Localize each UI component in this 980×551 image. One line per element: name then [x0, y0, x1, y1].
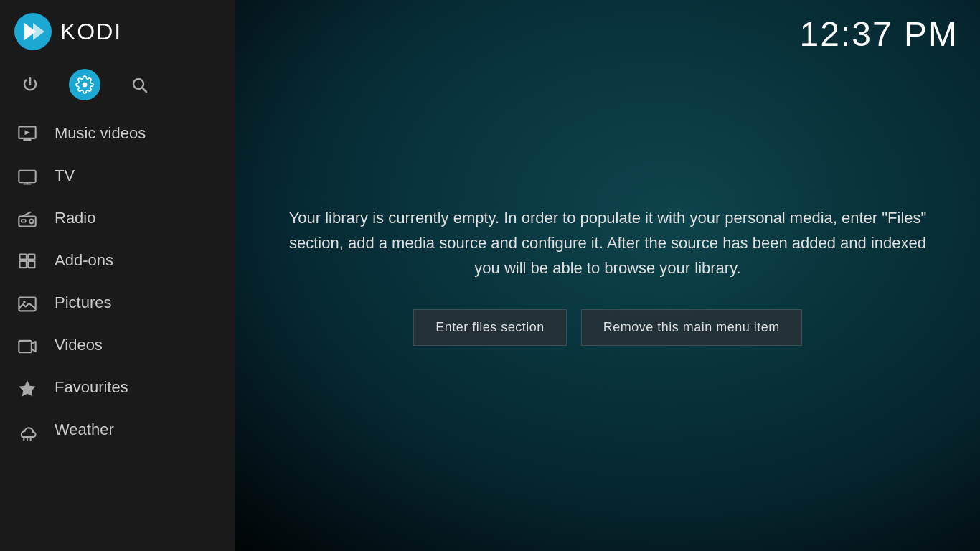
nav-item-tv[interactable]: TV	[0, 154, 235, 197]
enter-files-button[interactable]: Enter files section	[413, 309, 567, 346]
svg-line-5	[143, 88, 147, 93]
svg-rect-18	[28, 260, 34, 267]
sidebar-icon-bar	[0, 63, 235, 112]
svg-rect-19	[20, 254, 27, 259]
search-button[interactable]	[123, 69, 155, 100]
videos-icon	[14, 334, 40, 357]
content-box: Your library is currently empty. In orde…	[249, 176, 966, 375]
svg-rect-20	[28, 254, 34, 259]
nav-item-favourites[interactable]: Favourites	[0, 367, 235, 409]
nav-item-videos[interactable]: Videos	[0, 324, 235, 367]
weather-icon	[14, 419, 40, 441]
nav-label-add-ons: Add-ons	[55, 251, 221, 270]
settings-button[interactable]	[69, 69, 100, 100]
addons-icon	[14, 249, 40, 271]
main-content: 12:37 PM Your library is currently empty…	[235, 0, 980, 551]
tv-icon	[14, 164, 40, 187]
svg-point-3	[83, 83, 88, 88]
nav-item-weather[interactable]: Weather	[0, 409, 235, 451]
nav-item-radio[interactable]: Radio	[0, 197, 235, 239]
music-video-icon	[14, 122, 40, 144]
nav-label-videos: Videos	[55, 336, 221, 354]
nav-label-radio: Radio	[55, 209, 221, 227]
svg-point-22	[23, 301, 26, 303]
svg-marker-24	[19, 380, 35, 396]
svg-rect-10	[19, 171, 35, 182]
svg-point-15	[29, 220, 34, 224]
favourites-icon	[14, 377, 40, 399]
nav-label-weather: Weather	[55, 420, 221, 439]
app-title: KODI	[60, 19, 122, 45]
kodi-logo	[14, 13, 52, 50]
svg-rect-23	[19, 341, 32, 352]
svg-marker-7	[25, 130, 30, 135]
nav-item-add-ons[interactable]: Add-ons	[0, 239, 235, 281]
svg-rect-16	[22, 220, 26, 223]
library-empty-message: Your library is currently empty. In orde…	[278, 205, 938, 281]
nav-label-favourites: Favourites	[55, 378, 221, 397]
sidebar-header: KODI	[0, 0, 235, 63]
nav-item-music-videos[interactable]: Music videos	[0, 112, 235, 154]
sidebar: KODI	[0, 0, 235, 551]
clock-display: 12:37 PM	[800, 14, 958, 54]
svg-rect-17	[20, 260, 27, 267]
nav-label-music-videos: Music videos	[55, 124, 221, 143]
power-button[interactable]	[14, 69, 46, 100]
nav-label-pictures: Pictures	[55, 293, 221, 312]
nav-label-tv: TV	[55, 166, 221, 185]
remove-menu-item-button[interactable]: Remove this main menu item	[581, 309, 802, 346]
action-buttons: Enter files section Remove this main men…	[278, 309, 938, 346]
main-nav: Music videos TV Radio	[0, 112, 235, 451]
radio-icon	[14, 207, 40, 229]
pictures-icon	[14, 292, 40, 314]
nav-item-pictures[interactable]: Pictures	[0, 282, 235, 324]
